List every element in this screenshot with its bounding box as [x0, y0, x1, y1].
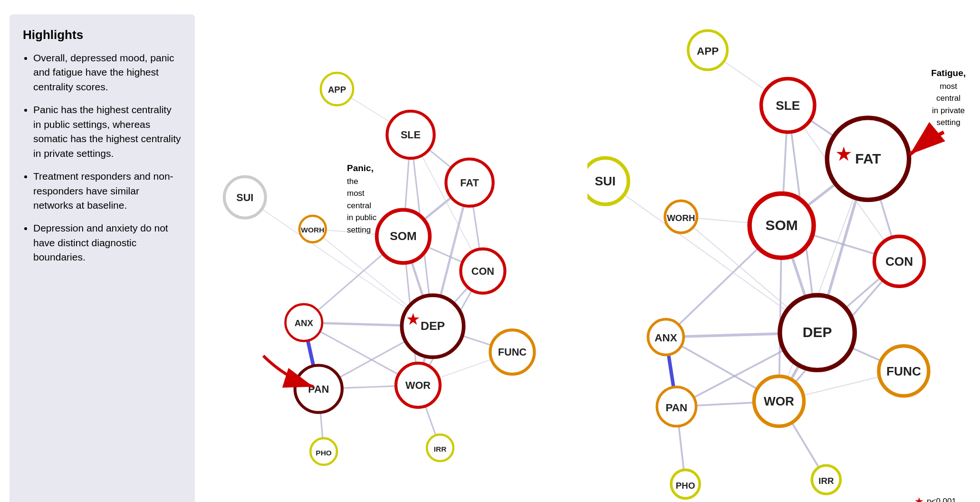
highlight-item-3: Treatment responders and non-responders …	[33, 169, 182, 212]
svg-text:FUNC: FUNC	[886, 364, 921, 378]
highlight-item-2: Panic has the highest centrality in publ…	[33, 103, 182, 161]
panic-label: Panic,	[347, 163, 374, 173]
panic-annotation: Panic, themostcentralin publicsetting	[347, 162, 376, 236]
star-text: p<0.001	[927, 497, 956, 502]
svg-text:PHO: PHO	[676, 481, 695, 491]
highlights-panel: Highlights Overall, depressed mood, pani…	[10, 14, 195, 502]
public-network-svg: APPSLESUIFATWORHSOMCONDEPANXPANWORFUNCPH…	[204, 14, 587, 502]
svg-text:ANX: ANX	[654, 332, 677, 344]
star-legend: ★ p<0.001	[914, 495, 956, 502]
svg-text:FAT: FAT	[460, 177, 479, 189]
svg-text:ANX: ANX	[295, 318, 314, 328]
svg-text:APP: APP	[697, 45, 719, 57]
svg-text:DEP: DEP	[803, 324, 832, 340]
highlight-item-4: Depression and anxiety do not have disti…	[33, 221, 182, 264]
svg-text:SUI: SUI	[236, 192, 253, 203]
svg-text:★: ★	[835, 143, 853, 165]
svg-text:SOM: SOM	[765, 217, 797, 233]
private-network-svg: APPSLESUIFATWORHSOMCONDEPANXPANWORFUNCPH…	[587, 14, 970, 502]
fatigue-label: Fatigue,	[931, 68, 966, 78]
public-network-container: APPSLESUIFATWORHSOMCONDEPANXPANWORFUNCPH…	[204, 14, 587, 502]
svg-text:WORH: WORH	[301, 226, 324, 234]
svg-text:★: ★	[406, 310, 420, 328]
fatigue-desc: mostcentralin privatesetting	[932, 82, 965, 127]
svg-text:APP: APP	[328, 85, 346, 95]
networks-panel: APPSLESUIFATWORHSOMCONDEPANXPANWORFUNCPH…	[204, 14, 970, 502]
svg-text:WORH: WORH	[667, 213, 695, 223]
svg-text:IRR: IRR	[434, 445, 447, 453]
fatigue-annotation: Fatigue, mostcentralin privatesetting	[931, 67, 966, 129]
private-network-container: APPSLESUIFATWORHSOMCONDEPANXPANWORFUNCPH…	[587, 14, 970, 502]
highlights-title: Highlights	[23, 28, 182, 42]
svg-text:FUNC: FUNC	[498, 346, 527, 358]
highlights-list: Overall, depressed mood, panic and fatig…	[23, 51, 182, 265]
svg-text:SLE: SLE	[401, 129, 421, 141]
svg-text:SOM: SOM	[390, 230, 416, 242]
star-icon: ★	[914, 495, 924, 502]
svg-text:SUI: SUI	[595, 174, 616, 188]
networks-row: APPSLESUIFATWORHSOMCONDEPANXPANWORFUNCPH…	[204, 14, 970, 502]
panic-desc: themostcentralin publicsetting	[347, 177, 376, 234]
svg-text:DEP: DEP	[421, 319, 445, 332]
svg-text:CON: CON	[885, 254, 913, 269]
svg-text:FAT: FAT	[855, 151, 881, 166]
svg-text:IRR: IRR	[818, 476, 834, 486]
svg-text:PAN: PAN	[666, 402, 688, 414]
svg-text:WOR: WOR	[764, 394, 794, 408]
highlight-item-1: Overall, depressed mood, panic and fatig…	[33, 51, 182, 94]
svg-text:PHO: PHO	[316, 449, 332, 457]
svg-text:WOR: WOR	[405, 379, 431, 391]
svg-text:CON: CON	[471, 265, 494, 277]
svg-text:SLE: SLE	[776, 98, 800, 113]
